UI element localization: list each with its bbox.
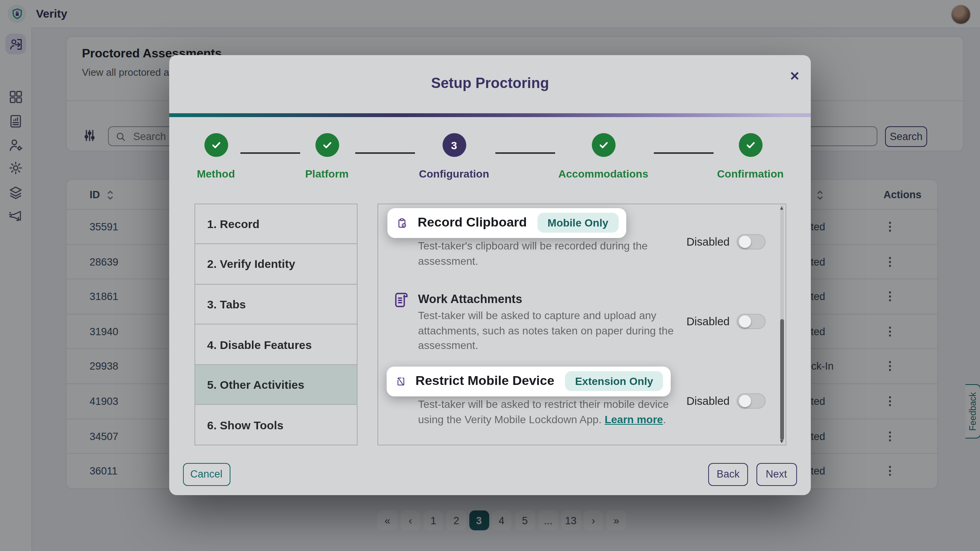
nav-item-disable-features[interactable]: 4. Disable Features bbox=[195, 325, 356, 365]
setting-description: Test-taker's clipboard will be recorded … bbox=[418, 239, 671, 269]
nav-item-show-tools[interactable]: 6. Show Tools bbox=[195, 405, 356, 445]
phone-restrict-icon bbox=[395, 372, 405, 391]
scroll-down-icon[interactable]: ▼ bbox=[778, 439, 786, 444]
restrict-mobile-callout: Restrict Mobile Device Extension Only bbox=[386, 366, 671, 396]
step-accommodations-circle[interactable] bbox=[591, 133, 615, 157]
step-label-method: Method bbox=[166, 168, 266, 180]
check-icon bbox=[320, 139, 333, 152]
work-attachments-toggle[interactable] bbox=[737, 314, 766, 329]
toggle-row: Disabled bbox=[674, 234, 766, 249]
step-confirmation-circle[interactable] bbox=[738, 133, 762, 157]
back-button[interactable]: Back bbox=[708, 463, 748, 486]
record-clipboard-toggle[interactable] bbox=[737, 234, 766, 249]
scroll-up-icon[interactable]: ▲ bbox=[778, 205, 786, 210]
check-icon bbox=[209, 139, 222, 152]
record-clipboard-callout: Record Clipboard Mobile Only bbox=[387, 208, 626, 238]
setting-title: Restrict Mobile Device bbox=[415, 373, 554, 389]
link-suffix: . bbox=[663, 413, 666, 425]
modal-title: Setup Proctoring bbox=[169, 75, 811, 92]
app-root: Verity bbox=[0, 0, 980, 551]
config-nav-list: 1. Record 2. Verify Identity 3. Tabs 4. … bbox=[194, 203, 357, 445]
toggle-state-label: Disabled bbox=[674, 395, 730, 407]
clipboard-record-icon bbox=[397, 213, 408, 232]
step-label-configuration: Configuration bbox=[404, 168, 504, 180]
step-connector bbox=[654, 152, 714, 153]
setting-title: Work Attachments bbox=[418, 292, 522, 306]
step-connector bbox=[355, 152, 415, 153]
nav-item-other-activities-selected[interactable]: 5. Other Activities bbox=[195, 365, 356, 405]
nav-item-verify-identity[interactable]: 2. Verify Identity bbox=[195, 244, 356, 284]
nav-item-tabs[interactable]: 3. Tabs bbox=[195, 284, 356, 324]
toggle-state-label: Disabled bbox=[674, 236, 730, 248]
setting-description: Test-taker will be asked to restrict the… bbox=[418, 397, 688, 427]
next-button[interactable]: Next bbox=[756, 463, 797, 486]
step-platform-circle[interactable] bbox=[315, 133, 339, 157]
step-label-accommodations: Accommodations bbox=[554, 168, 653, 180]
restrict-mobile-toggle[interactable] bbox=[737, 393, 766, 409]
step-label-confirmation: Confirmation bbox=[701, 168, 800, 180]
mobile-only-badge: Mobile Only bbox=[537, 213, 618, 233]
progress-gradient-bar bbox=[169, 113, 811, 117]
setup-proctoring-modal: Setup Proctoring ✕ 3 Method Platform Con… bbox=[169, 55, 811, 495]
toggle-state-label: Disabled bbox=[674, 315, 730, 328]
check-icon bbox=[597, 139, 610, 152]
nav-item-record[interactable]: 1. Record bbox=[195, 204, 356, 244]
step-configuration-circle[interactable]: 3 bbox=[442, 133, 466, 157]
scroll-icon bbox=[392, 291, 410, 309]
extension-only-badge: Extension Only bbox=[565, 371, 663, 391]
check-icon bbox=[744, 139, 757, 152]
toggle-row: Disabled bbox=[674, 393, 766, 409]
toggle-row: Disabled bbox=[674, 314, 766, 329]
step-connector bbox=[495, 152, 555, 153]
close-icon[interactable]: ✕ bbox=[786, 67, 803, 84]
learn-more-link[interactable]: Learn more bbox=[604, 413, 663, 425]
scrollbar-thumb[interactable] bbox=[780, 319, 784, 440]
step-connector bbox=[240, 152, 300, 153]
setting-title: Record Clipboard bbox=[418, 215, 527, 230]
cancel-button[interactable]: Cancel bbox=[183, 463, 230, 486]
setting-description: Test-taker will be asked to capture and … bbox=[418, 308, 682, 353]
step-label-platform: Platform bbox=[277, 168, 377, 180]
step-method-circle[interactable] bbox=[204, 133, 228, 157]
